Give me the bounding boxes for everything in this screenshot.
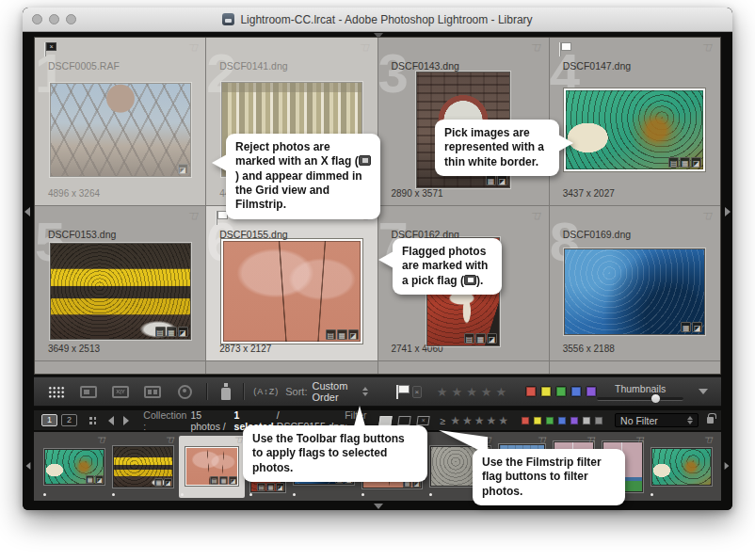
flag-outline-icon[interactable]: ⚐ [277,435,289,444]
thumbnail-badge-icon[interactable]: ▦ [167,327,177,337]
filter-color-label-button[interactable] [557,416,567,425]
thumbnail-badge-icon[interactable]: ▦ [266,483,275,491]
photo-thumbnail[interactable]: ▤▦◪ [50,243,191,340]
photo-thumbnail[interactable]: ▦◪ [564,248,705,335]
flag-outline-icon[interactable]: ⚐ [537,435,549,444]
filmstrip-thumb-10[interactable]: ⚐ [600,436,646,498]
thumbnail-badge-icon[interactable]: ▤ [326,329,336,340]
zoom-button[interactable] [66,14,76,24]
filmstrip-thumb-7[interactable]: ⚐◪ [427,436,493,498]
filter-color-label-button[interactable] [570,416,579,425]
thumbnail-badge-icon[interactable]: ◪ [691,157,701,168]
thumbnail-badge-icon[interactable]: ▦ [335,475,344,484]
grid-cell-DSCF0143.dng[interactable]: 3⚐DSCF0143.dng▦◪2890 x 3571 [378,38,549,205]
thumbnail-badge-icon[interactable]: ◪ [692,322,702,332]
thumbnail-badge-icon[interactable]: ▦ [475,333,486,344]
filmstrip-thumb-8[interactable]: ⚐▦◪ [496,436,548,498]
people-view-button[interactable] [171,382,198,401]
thumbnail-badge-icon[interactable]: ▤ [464,333,474,344]
flag-outline-icon[interactable]: ⚐ [233,435,246,444]
thumbnail-badge-icon[interactable]: ◪ [348,329,359,340]
filter-preset-dropdown[interactable]: No Filter [615,413,698,427]
thumbnail-badge-icon[interactable]: ▦ [338,164,348,174]
filter-flag-unflagged-button[interactable] [398,416,411,425]
flag-outline-icon[interactable]: ⚐ [96,435,108,444]
flag-outline-icon[interactable]: ⚐ [701,42,715,54]
rating-star[interactable]: ★ [466,385,481,399]
color-label-button[interactable] [555,386,567,397]
thumbnail-badge-icon[interactable]: ◪ [349,164,360,174]
flag-outline-icon[interactable]: ⚐ [345,435,358,444]
flag-outline-icon[interactable]: ⚐ [586,435,598,444]
sort-order-chevrons-icon[interactable] [362,387,368,396]
thumbnail-badge-icon[interactable]: ▤ [327,164,337,174]
photo-thumbnail[interactable]: ▦◪ [113,446,173,488]
photo-thumbnail[interactable]: ▤▦◪ [221,82,362,177]
filmstrip-thumb-9[interactable]: ⚐▦◪ [551,436,597,498]
right-panel-collapse-arrow[interactable] [725,207,731,216]
photo-thumbnail[interactable]: ▦◪ [416,72,510,188]
loupe-view-button[interactable] [75,382,102,401]
thumbnail-badge-icon[interactable]: ▤ [155,327,166,337]
left-panel-collapse-arrow[interactable] [24,207,30,216]
flag-outline-icon[interactable]: ⚐ [186,42,201,54]
filmstrip-scroll-left-arrow[interactable] [25,461,31,471]
secondary-monitor-button-1[interactable]: 1 [41,414,57,426]
grid-cell-DSCF0155.dng[interactable]: 6⚐DSCF0155.dng▤▦◪2873 x 2127 [206,206,377,360]
thumbnail-badge-icon[interactable]: ◪ [276,483,284,491]
rating-ge-icon[interactable]: ≥ [440,415,445,426]
photo-thumbnail[interactable]: ▤▦◪ [250,441,285,492]
filter-color-label-button[interactable] [545,416,554,425]
flag-outline-icon[interactable]: ⚐ [529,42,543,54]
bottom-panel-collapse-arrow[interactable] [374,504,383,509]
thumbnail-badge-icon[interactable]: ◪ [481,477,490,486]
thumbnail-badge-icon[interactable]: ◪ [95,475,104,484]
filter-rating-star[interactable]: ★ [474,414,487,427]
photo-thumbnail[interactable]: ◪ [430,446,490,487]
thumbnail-badge-icon[interactable]: ◪ [178,164,188,174]
thumbnail-badge-icon[interactable]: ▦ [154,478,163,487]
thumbnail-badge-icon[interactable]: ▦ [486,175,496,185]
grid-cell-DSCF0169.dng[interactable]: 8⚐DSCF0169.dng▦◪3556 x 2188 [550,206,720,360]
close-button[interactable] [32,14,42,24]
thumbnail-badge-icon[interactable]: ◪ [536,479,544,488]
grid-cell-DSCF0141.dng[interactable]: 2⚐DSCF0141.dng▤▦◪4408 x 2965 [206,38,377,205]
thumbnail-badge-icon[interactable]: ▦ [337,329,347,340]
filter-rating-star[interactable]: ★ [487,414,499,427]
grid-view-button[interactable] [43,382,70,401]
filmstrip-thumb-2[interactable]: ⚐▦◪ [110,436,176,498]
thumbnail-badge-icon[interactable]: ◪ [178,327,188,337]
filter-lock-icon[interactable] [707,417,714,424]
reject-flag-icon[interactable] [42,42,57,57]
filmstrip-thumb-3[interactable]: ⚐▤▦◪ [179,436,245,498]
pick-flag-button[interactable] [394,384,406,399]
thumbnail-badge-icon[interactable]: ◪ [412,479,421,488]
photo-thumbnail[interactable]: ▦◪ [499,444,545,488]
sort-direction-icon[interactable]: (A↕Z) [253,387,279,396]
photo-thumbnail[interactable]: ▦◪ [554,441,594,492]
rating-star[interactable]: ★ [437,385,452,399]
thumbnail-badge-icon[interactable]: ▦ [526,479,535,488]
grid-cell-DSCF0153.dng[interactable]: 5⚐DSCF0153.dng▤▦◪3649 x 2513 [35,206,205,360]
grid-cell-DSCF0147.dng[interactable]: 4⚐DSCF0147.dng▤▦◪3437 x 2027 [550,38,720,205]
filmstrip-thumb-4[interactable]: ⚐▤▦◪ [248,436,288,498]
filmstrip-thumb-6[interactable]: ⚐▦◪ [360,436,425,498]
filmstrip-scroll-right-arrow[interactable] [724,461,730,471]
thumbnail-badge-icon[interactable]: ◪ [164,478,172,487]
thumbnail-badge-icon[interactable]: ◪ [585,483,593,491]
filmstrip-thumb-5[interactable]: ⚐▦◪ [291,436,357,498]
filter-rating-star[interactable]: ★ [450,414,462,427]
minimize-button[interactable] [49,14,59,24]
pick-flag-icon[interactable] [214,211,229,226]
thumbnail-badge-icon[interactable]: ◪ [229,476,237,485]
thumbnail-badge-icon[interactable]: ◪ [345,475,353,484]
filter-flag-picked-button[interactable] [379,416,393,425]
toolbar-options-chevron[interactable] [695,389,712,394]
flag-outline-icon[interactable]: ⚐ [703,435,715,444]
filmstrip-thumb-1[interactable]: ⚐▦◪ [41,436,107,498]
photo-thumbnail[interactable]: ◪ [50,83,191,177]
flag-outline-icon[interactable]: ⚐ [635,435,647,444]
filter-color-label-button[interactable] [533,416,542,425]
photo-thumbnail[interactable] [651,448,712,486]
thumbnail-badge-icon[interactable]: ▦ [575,483,584,491]
